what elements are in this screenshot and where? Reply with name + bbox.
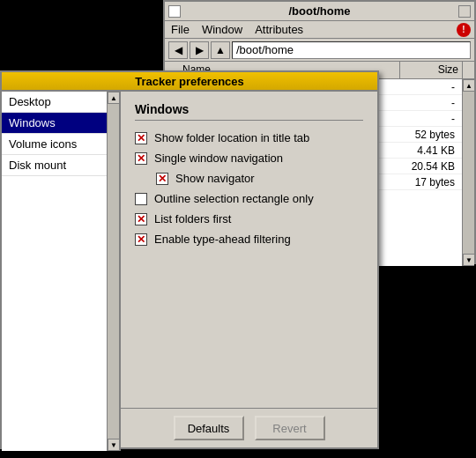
sidebar-list: Desktop Windows Volume icons Disk mount	[2, 92, 107, 451]
menu-attributes[interactable]: Attributes	[252, 23, 306, 36]
revert-button[interactable]: Revert	[255, 416, 325, 440]
scroll-up-arrow[interactable]: ▲	[463, 79, 474, 92]
checkbox-type-ahead: ✕ Enable type-ahead filtering	[135, 233, 363, 246]
checkbox-outline-selection-input[interactable]	[135, 193, 147, 205]
prefs-titlebar: Tracker preferences	[2, 72, 377, 92]
checkbox-single-window-nav: ✕ Single window navigation	[135, 151, 363, 165]
menu-window[interactable]: Window	[199, 23, 245, 36]
up-button[interactable]: ▲	[211, 41, 230, 59]
sidebar-scroll-up[interactable]: ▲	[108, 92, 120, 104]
alert-icon: !	[457, 23, 471, 37]
sidebar-scrollbar[interactable]: ▲ ▼	[107, 92, 119, 451]
file-window-toolbar: ◀ ▶ ▲ /boot/home	[165, 39, 474, 62]
checkbox-outline-selection-label: Outline selection rectangle only	[154, 192, 314, 205]
tracker-prefs-window: Tracker preferences Desktop Windows Volu…	[0, 70, 379, 449]
checkbox-type-ahead-label: Enable type-ahead filtering	[154, 233, 291, 246]
sidebar-item-windows[interactable]: Windows	[2, 113, 107, 134]
checkbox-single-window-nav-input[interactable]: ✕	[135, 152, 147, 165]
path-bar[interactable]: /boot/home	[232, 41, 471, 59]
prefs-body: Desktop Windows Volume icons Disk mount …	[2, 92, 377, 451]
forward-button[interactable]: ▶	[190, 41, 209, 59]
checkbox-show-navigator-input[interactable]: ✕	[156, 173, 168, 185]
section-title: Windows	[135, 102, 363, 121]
prefs-sidebar: Desktop Windows Volume icons Disk mount …	[2, 92, 121, 451]
back-button[interactable]: ◀	[168, 41, 188, 59]
sidebar-inner: Desktop Windows Volume icons Disk mount …	[2, 92, 119, 451]
checkbox-show-navigator: ✕ Show navigator	[156, 172, 363, 185]
checkbox-single-window-nav-label: Single window navigation	[154, 151, 283, 165]
checkbox-type-ahead-input[interactable]: ✕	[135, 233, 147, 246]
checkbox-list-folders-first-input[interactable]: ✕	[135, 213, 147, 225]
menu-file[interactable]: File	[168, 23, 192, 36]
col-size-header: Size	[400, 62, 462, 78]
vertical-scrollbar[interactable]: ▲ ▼	[462, 79, 474, 266]
sidebar-item-disk-mount[interactable]: Disk mount	[2, 155, 107, 176]
sidebar-scroll-track[interactable]	[108, 104, 119, 439]
prefs-footer: Defaults Revert	[121, 408, 377, 447]
file-window-menubar: File Window Attributes !	[165, 21, 474, 39]
checkbox-show-folder-location-input[interactable]: ✕	[135, 132, 147, 144]
sidebar-item-volume-icons[interactable]: Volume icons	[2, 134, 107, 155]
checkbox-outline-selection: Outline selection rectangle only	[135, 192, 363, 205]
checkbox-list-folders-first-label: List folders first	[154, 212, 231, 225]
file-window-title: /boot/home	[184, 4, 455, 18]
sidebar-item-desktop[interactable]: Desktop	[2, 92, 107, 113]
file-window-titlebar: /boot/home	[165, 2, 474, 21]
scroll-down-arrow[interactable]: ▼	[463, 254, 474, 266]
checkbox-show-navigator-label: Show navigator	[175, 172, 255, 185]
checkbox-show-folder-location: ✕ Show folder location in title tab	[135, 131, 363, 144]
defaults-button[interactable]: Defaults	[174, 416, 244, 440]
prefs-content: Windows ✕ Show folder location in title …	[121, 92, 377, 451]
sidebar-scroll-down[interactable]: ▼	[108, 439, 120, 451]
window-icon	[168, 5, 181, 18]
checkbox-list-folders-first: ✕ List folders first	[135, 212, 363, 225]
prefs-title: Tracker preferences	[7, 75, 372, 88]
window-close-button[interactable]	[458, 5, 471, 18]
checkbox-show-folder-location-label: Show folder location in title tab	[154, 131, 309, 144]
scroll-track[interactable]	[463, 92, 474, 254]
